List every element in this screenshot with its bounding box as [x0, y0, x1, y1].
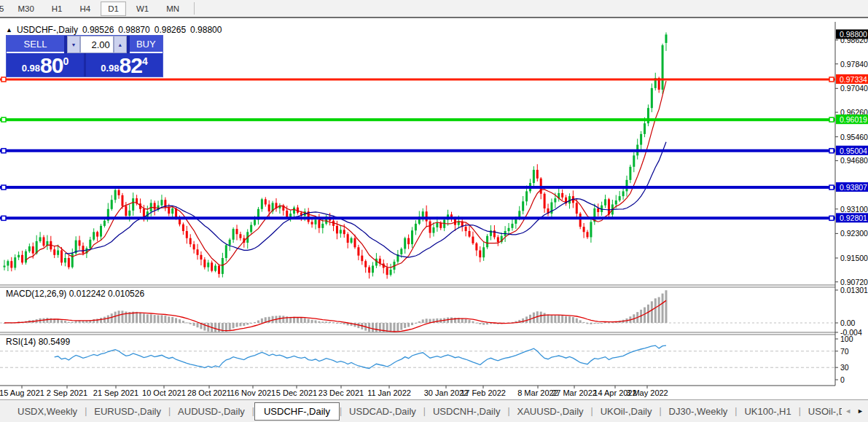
- timeframe-w1[interactable]: W1: [129, 1, 156, 16]
- candle-body: [429, 222, 431, 233]
- line-handle[interactable]: [1, 185, 6, 189]
- buy-price[interactable]: 0.98 82 4: [86, 53, 163, 77]
- price-tick-label: 0.91500: [840, 254, 868, 262]
- candle-body: [225, 245, 227, 258]
- line-handle[interactable]: [1, 117, 6, 122]
- macd-histogram-bar: [558, 315, 560, 323]
- macd-histogram-bar: [379, 323, 381, 332]
- candle-body: [597, 208, 599, 212]
- tabs-scroll-left-icon[interactable]: ◄: [845, 407, 851, 415]
- macd-histogram-bar: [353, 323, 356, 327]
- tab-xauusd-daily[interactable]: XAUUSD-,Daily: [510, 403, 591, 420]
- candle-body: [118, 190, 120, 195]
- macd-histogram-bar: [139, 313, 141, 323]
- candle-body: [57, 251, 59, 255]
- price-tick-label: 0.95460: [840, 133, 868, 141]
- macd-histogram-bar: [75, 321, 77, 323]
- tab-usdcad-daily[interactable]: USDCAD-,Daily: [342, 403, 423, 420]
- macd-histogram-bar: [561, 316, 563, 323]
- timeframe-d1[interactable]: D1: [101, 1, 126, 16]
- price-level-badge-label: 0.95004: [840, 146, 867, 155]
- tab-eurusd-daily[interactable]: EURUSD-,Daily: [87, 403, 168, 420]
- tab-ukoil-daily[interactable]: UKOil-,Daily: [593, 403, 660, 420]
- tab-uk100-h1[interactable]: UK100-,H1: [737, 403, 798, 420]
- candle-body: [7, 261, 9, 265]
- volume-decrease-icon[interactable]: ▼: [67, 36, 80, 53]
- macd-histogram-bar: [254, 322, 256, 323]
- line-handle[interactable]: [1, 77, 6, 82]
- sell-price-pips: 80: [40, 55, 63, 76]
- candle-body: [533, 170, 535, 183]
- date-label: 15 Aug 2021: [0, 388, 44, 397]
- macd-histogram-bar: [250, 323, 252, 324]
- macd-histogram-bar: [579, 320, 582, 323]
- timeframe-5[interactable]: 5: [0, 1, 7, 16]
- volume-increase-icon[interactable]: ▲: [114, 36, 127, 53]
- candle-body: [68, 258, 70, 267]
- candle-body: [71, 254, 74, 267]
- candle-body: [432, 227, 434, 233]
- sell-button[interactable]: SELL: [7, 36, 64, 53]
- macd-histogram-bar: [103, 317, 106, 323]
- tab-audusd-daily[interactable]: AUDUSD-,Daily: [171, 403, 252, 420]
- tabs-scroll-right-icon[interactable]: ►: [857, 407, 864, 415]
- price-level-badge-label: 0.97334: [840, 75, 867, 84]
- trade-panel-toggle-icon[interactable]: ▲: [6, 26, 12, 34]
- line-handle[interactable]: [829, 185, 834, 189]
- timeframe-m30[interactable]: M30: [10, 1, 41, 16]
- tab-usdx-weekly[interactable]: USDX,Weekly: [10, 403, 85, 420]
- candle-body: [168, 208, 170, 214]
- buy-button[interactable]: BUY: [130, 36, 163, 53]
- macd-histogram-bar: [547, 314, 550, 323]
- candle-body: [372, 266, 374, 273]
- line-handle[interactable]: [1, 149, 6, 153]
- tab-usdchf-daily[interactable]: USDCHF-,Daily: [254, 402, 340, 421]
- candle-body: [207, 262, 209, 267]
- candle-body: [390, 270, 392, 275]
- candle-body: [39, 237, 42, 241]
- line-handle[interactable]: [829, 77, 834, 82]
- line-handle[interactable]: [829, 216, 834, 220]
- macd-histogram-bar: [222, 323, 224, 332]
- timeframe-mn[interactable]: MN: [159, 1, 187, 16]
- macd-histogram-bar: [415, 323, 417, 324]
- candle-body: [250, 225, 252, 233]
- candle-body: [229, 240, 231, 246]
- chart-title: ▲ USDCHF-,Daily 0.98526 0.98870 0.98265 …: [6, 25, 222, 35]
- macd-histogram-bar: [644, 308, 646, 323]
- macd-histogram-bar: [160, 315, 163, 323]
- tab-usdcnh-daily[interactable]: USDCNH-,Daily: [426, 403, 507, 420]
- candle-body: [268, 205, 270, 212]
- price-level-badge-label: 0.96019: [840, 115, 867, 124]
- macd-histogram-bar: [411, 323, 413, 325]
- macd-histogram-bar: [218, 323, 220, 332]
- macd-histogram-bar: [665, 290, 667, 323]
- candle-body: [21, 255, 23, 263]
- price-tick-label: 0.97040: [840, 84, 868, 93]
- macd-histogram-bar: [418, 321, 421, 323]
- macd-histogram-bar: [608, 322, 610, 323]
- macd-histogram-bar: [68, 322, 70, 323]
- tab-scroll-controls: ◄►: [842, 400, 868, 422]
- line-handle[interactable]: [1, 216, 6, 220]
- candle-body: [100, 226, 102, 237]
- candle-body: [579, 214, 582, 227]
- timeframe-h1[interactable]: H1: [44, 1, 70, 16]
- candle-body: [640, 134, 642, 145]
- sell-price[interactable]: 0.98 80 0: [7, 53, 84, 77]
- macd-histogram-bar: [522, 319, 524, 323]
- macd-histogram-bar: [400, 323, 402, 330]
- line-handle[interactable]: [829, 149, 834, 153]
- macd-histogram-bar: [246, 323, 249, 325]
- candle-body: [407, 238, 410, 244]
- tab-dj30-weekly[interactable]: DJ30-,Weekly: [662, 403, 735, 420]
- candle-body: [314, 220, 316, 224]
- candle-body: [14, 257, 16, 267]
- macd-histogram-bar: [583, 322, 585, 323]
- volume-input[interactable]: [80, 36, 114, 53]
- macd-histogram-bar: [486, 323, 488, 324]
- line-handle[interactable]: [829, 117, 834, 122]
- candle-body: [583, 227, 585, 232]
- macd-histogram-bar: [60, 320, 63, 323]
- timeframe-h4[interactable]: H4: [72, 1, 98, 16]
